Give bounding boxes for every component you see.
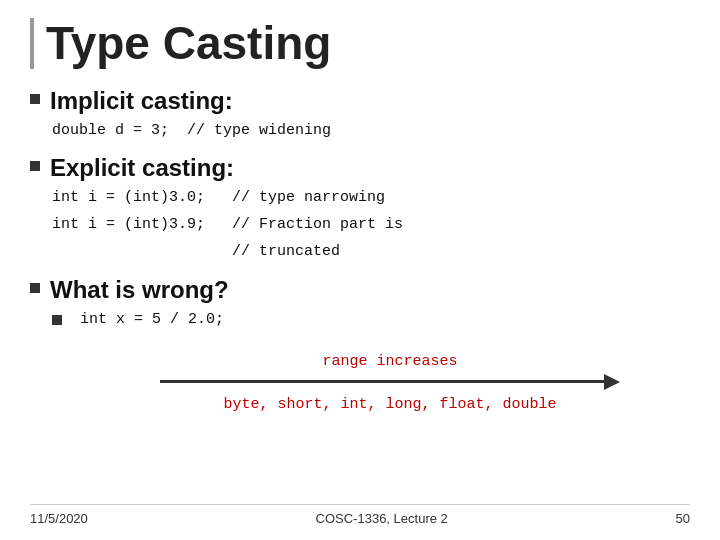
wrong-code: int x = 5 / 2.0; (80, 308, 224, 331)
explicit-section: Explicit casting: int i = (int)3.0; // t… (30, 154, 690, 264)
range-arrow (160, 374, 620, 390)
implicit-label: Implicit casting: (50, 87, 233, 115)
bullet-square-implicit (30, 94, 40, 104)
footer-date: 11/5/2020 (30, 511, 88, 526)
range-types: byte, short, int, long, float, double (90, 396, 690, 413)
explicit-code-2: int i = (int)3.9; // Fraction part is (52, 213, 690, 236)
explicit-code-1: int i = (int)3.0; // type narrowing (52, 186, 690, 209)
wrong-label: What is wrong? (50, 276, 229, 304)
slide-footer: 11/5/2020 COSC-1336, Lecture 2 50 (30, 504, 690, 526)
bullet-square-explicit (30, 161, 40, 171)
wrong-sub-bullet-row: int x = 5 / 2.0; (30, 308, 690, 335)
implicit-code: double d = 3; // type widening (52, 119, 690, 142)
implicit-bullet-row: Implicit casting: (30, 87, 690, 115)
wrong-bullet-row: What is wrong? (30, 276, 690, 304)
range-section: range increases byte, short, int, long, … (90, 353, 690, 413)
explicit-code-3: // truncated (52, 240, 690, 263)
footer-course: COSC-1336, Lecture 2 (316, 511, 448, 526)
implicit-section: Implicit casting: double d = 3; // type … (30, 87, 690, 142)
explicit-bullet-row: Explicit casting: (30, 154, 690, 182)
bullet-square-wrong (30, 283, 40, 293)
range-label: range increases (90, 353, 690, 370)
slide-title: Type Casting (30, 18, 690, 69)
explicit-label: Explicit casting: (50, 154, 234, 182)
slide: Type Casting Implicit casting: double d … (0, 0, 720, 540)
bullet-square-wrong-sub (52, 315, 62, 325)
footer-page: 50 (676, 511, 690, 526)
wrong-section: What is wrong? int x = 5 / 2.0; (30, 276, 690, 335)
arrow-head (604, 374, 620, 390)
arrow-line (160, 380, 604, 383)
